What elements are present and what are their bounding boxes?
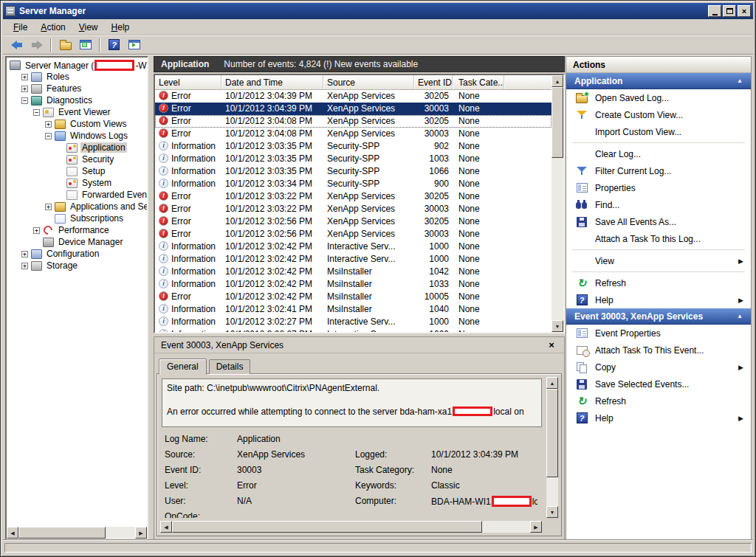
action-clear-log[interactable]: Clear Log... bbox=[566, 145, 751, 162]
event-message-box[interactable]: Site path: C:\inetpub\wwwroot\Citrix\PNA… bbox=[162, 378, 542, 427]
table-row[interactable]: Error10/1/2012 3:02:56 PMXenApp Services… bbox=[155, 215, 551, 228]
action-refresh-event[interactable]: ↻Refresh bbox=[566, 392, 751, 409]
table-row[interactable]: Error10/1/2012 3:02:56 PMXenApp Services… bbox=[155, 228, 551, 241]
action-attach-task-to-event[interactable]: Attach Task To This Event... bbox=[566, 342, 751, 359]
action-help[interactable]: ?Help▶ bbox=[566, 291, 751, 308]
tree-item-device-manager[interactable]: Device Manager bbox=[7, 236, 147, 248]
action-save-all-events-as[interactable]: Save All Events As... bbox=[566, 213, 751, 230]
expand-icon[interactable]: + bbox=[21, 74, 28, 80]
action-copy[interactable]: Copy▶ bbox=[566, 359, 751, 376]
collapse-icon[interactable]: ▲ bbox=[737, 77, 743, 84]
show-console-tree-button[interactable] bbox=[77, 37, 94, 53]
event-list-vertical-scrollbar[interactable]: ▲ ▼ bbox=[551, 75, 563, 332]
minimize-button[interactable] bbox=[708, 5, 721, 17]
table-row[interactable]: Information10/1/2012 3:02:42 PMInteracti… bbox=[155, 253, 551, 266]
action-view[interactable]: View▶ bbox=[566, 252, 751, 269]
table-row[interactable]: Information10/1/2012 3:02:27 PMInteracti… bbox=[155, 316, 551, 328]
column-header-task-category[interactable]: Task Cate... bbox=[453, 75, 504, 89]
tree-item-storage[interactable]: +Storage bbox=[7, 260, 147, 271]
table-row[interactable]: Information10/1/2012 3:02:42 PMInteracti… bbox=[155, 241, 551, 253]
tree-item-security[interactable]: Security bbox=[7, 153, 147, 165]
column-header-event-id[interactable]: Event ID bbox=[414, 75, 453, 89]
scroll-thumb[interactable] bbox=[551, 87, 563, 158]
actions-section-event[interactable]: Event 30003, XenApp Services ▲ bbox=[566, 308, 751, 325]
table-row[interactable]: Information10/1/2012 3:03:35 PMSecurity-… bbox=[155, 165, 551, 178]
action-attach-task-to-log[interactable]: Attach a Task To this Log... bbox=[566, 230, 751, 247]
action-event-properties[interactable]: Event Properties bbox=[566, 325, 751, 342]
collapse-icon[interactable]: ▲ bbox=[737, 313, 743, 319]
table-row[interactable]: Information10/1/2012 3:02:42 PMMsiInstal… bbox=[155, 266, 551, 278]
table-row[interactable]: Information10/1/2012 3:02:41 PMMsiInstal… bbox=[155, 303, 551, 316]
back-button[interactable] bbox=[8, 37, 25, 53]
scroll-up-button[interactable]: ▲ bbox=[546, 377, 558, 389]
action-open-saved-log[interactable]: Open Saved Log... bbox=[566, 89, 751, 106]
menu-view[interactable]: View bbox=[72, 21, 105, 34]
tree-item-server-manager[interactable]: Server Manager (-WI1) bbox=[7, 59, 147, 71]
scroll-thumb[interactable] bbox=[546, 389, 558, 477]
collapse-icon[interactable]: − bbox=[33, 109, 40, 116]
actions-section-application[interactable]: Application ▲ bbox=[566, 73, 751, 89]
tree-horizontal-scrollbar[interactable]: ◀ ▶ bbox=[7, 527, 147, 539]
help-button[interactable]: ? bbox=[106, 37, 123, 53]
table-row[interactable]: Error10/1/2012 3:04:39 PMXenApp Services… bbox=[155, 90, 551, 103]
table-row-selected[interactable]: Error10/1/2012 3:04:39 PMXenApp Services… bbox=[155, 103, 551, 115]
menu-help[interactable]: Help bbox=[105, 21, 137, 34]
table-row[interactable]: Error10/1/2012 3:03:22 PMXenApp Services… bbox=[155, 203, 551, 215]
expand-icon[interactable]: + bbox=[33, 227, 40, 234]
tree-item-setup[interactable]: Setup bbox=[7, 165, 147, 177]
tree-item-diagnostics[interactable]: −Diagnostics bbox=[7, 94, 147, 106]
collapse-icon[interactable]: − bbox=[21, 97, 28, 104]
scroll-left-button[interactable]: ◀ bbox=[7, 527, 18, 539]
expand-icon[interactable]: + bbox=[21, 251, 28, 257]
action-create-custom-view[interactable]: Create Custom View... bbox=[566, 106, 751, 123]
table-row[interactable]: Information10/1/2012 3:03:34 PMSecurity-… bbox=[155, 178, 551, 190]
maximize-button[interactable] bbox=[723, 5, 736, 17]
expand-icon[interactable]: + bbox=[45, 121, 52, 128]
expand-icon[interactable]: + bbox=[45, 204, 52, 210]
action-refresh[interactable]: ↻Refresh bbox=[566, 274, 751, 291]
tree-item-system[interactable]: System bbox=[7, 177, 147, 189]
detail-vertical-scrollbar[interactable]: ▲ ▼ bbox=[546, 377, 558, 518]
collapse-icon[interactable]: − bbox=[45, 133, 52, 139]
expand-icon[interactable]: + bbox=[21, 86, 28, 92]
forward-button[interactable] bbox=[28, 37, 45, 53]
tree-item-forwarded-events[interactable]: Forwarded Events bbox=[7, 189, 147, 201]
tree-item-features[interactable]: +Features bbox=[7, 83, 147, 94]
action-import-custom-view[interactable]: Import Custom View... bbox=[566, 123, 751, 140]
tree-item-windows-logs[interactable]: −Windows Logs bbox=[7, 130, 147, 142]
column-header-date[interactable]: Date and Time bbox=[221, 75, 323, 89]
tree-item-custom-views[interactable]: +Custom Views bbox=[7, 118, 147, 130]
tree-item-subscriptions[interactable]: Subscriptions bbox=[7, 212, 147, 224]
tab-general[interactable]: General bbox=[159, 359, 207, 375]
close-button[interactable]: × bbox=[738, 5, 751, 17]
scroll-right-button[interactable]: ▶ bbox=[135, 527, 147, 539]
tree-item-performance[interactable]: +Performance bbox=[7, 224, 147, 236]
table-row[interactable]: Error10/1/2012 3:03:22 PMXenApp Services… bbox=[155, 190, 551, 203]
table-row[interactable]: Error10/1/2012 3:04:08 PMXenApp Services… bbox=[155, 115, 551, 128]
table-row[interactable]: Error10/1/2012 3:02:42 PMMsiInstaller100… bbox=[155, 291, 551, 303]
scroll-left-button[interactable]: ◀ bbox=[160, 521, 172, 533]
detail-horizontal-scrollbar[interactable]: ◀ ▶ bbox=[160, 521, 542, 533]
scroll-down-button[interactable]: ▼ bbox=[551, 320, 563, 332]
tree-item-applications-and-services[interactable]: +Applications and Servic bbox=[7, 201, 147, 212]
scroll-thumb[interactable] bbox=[18, 527, 106, 539]
action-properties[interactable]: Properties bbox=[566, 179, 751, 196]
column-header-level[interactable]: Level bbox=[155, 75, 221, 89]
scroll-right-button[interactable]: ▶ bbox=[530, 521, 542, 533]
table-row-partial[interactable]: Information10/1/2012 3:02:27 PMInteracti… bbox=[155, 328, 551, 332]
scroll-down-button[interactable]: ▼ bbox=[546, 506, 558, 518]
table-row[interactable]: Error10/1/2012 3:04:08 PMXenApp Services… bbox=[155, 128, 551, 140]
tree-item-event-viewer[interactable]: −Event Viewer bbox=[7, 106, 147, 118]
expand-icon[interactable]: + bbox=[21, 263, 28, 269]
tree-item-configuration[interactable]: +Configuration bbox=[7, 248, 147, 260]
action-find[interactable]: Find... bbox=[566, 196, 751, 213]
action-filter-current-log[interactable]: Filter Current Log... bbox=[566, 162, 751, 179]
tree-item-roles[interactable]: +Roles bbox=[7, 71, 147, 83]
column-header-source[interactable]: Source bbox=[323, 75, 414, 89]
tree-item-application[interactable]: Application bbox=[7, 142, 147, 153]
action-save-selected-events[interactable]: Save Selected Events... bbox=[566, 376, 751, 392]
action-help-event[interactable]: ?Help▶ bbox=[566, 409, 751, 426]
scroll-up-button[interactable]: ▲ bbox=[551, 75, 563, 87]
detail-close-button[interactable]: × bbox=[546, 339, 557, 351]
menu-action[interactable]: Action bbox=[34, 21, 72, 34]
